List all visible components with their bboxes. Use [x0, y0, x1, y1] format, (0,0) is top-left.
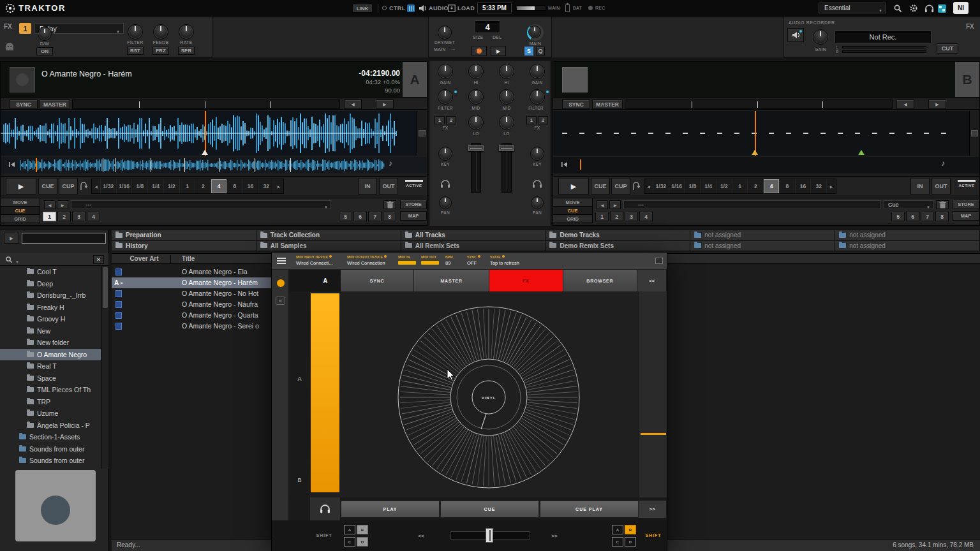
- crossfader-left-label[interactable]: <<: [414, 533, 428, 539]
- metronome-icon[interactable]: [407, 4, 415, 12]
- preferences-gear-icon[interactable]: [909, 4, 918, 14]
- deck-a-hotcue-2[interactable]: 2: [57, 212, 71, 221]
- right-pad-d[interactable]: D: [625, 537, 636, 547]
- deck-a-loop-2[interactable]: 2: [195, 179, 211, 193]
- crossfader-handle[interactable]: [486, 528, 493, 543]
- channel-b-filter-knob[interactable]: [530, 89, 545, 105]
- deck-b-loop-smaller-button[interactable]: [644, 179, 653, 193]
- key-lock-icon[interactable]: [389, 159, 392, 168]
- deck-b-hotcue-7[interactable]: 7: [921, 212, 934, 221]
- collapse-left-button[interactable]: <<: [637, 270, 667, 291]
- tree-item-groovy-h[interactable]: Groovy H: [0, 313, 101, 325]
- deck-b-loop-32[interactable]: 32: [811, 179, 827, 193]
- controller-play-button[interactable]: PLAY: [341, 501, 440, 518]
- track-row-6[interactable]: O Amante Negro - Serei o: [112, 321, 271, 332]
- crossfader-right-label[interactable]: >>: [547, 533, 561, 539]
- expand-right-button[interactable]: >>: [639, 501, 667, 518]
- fx-knob-2-button[interactable]: FRZ: [152, 47, 169, 55]
- deck-b-loop-1-2[interactable]: 1/2: [716, 179, 732, 193]
- channel-b-gain-knob[interactable]: [530, 64, 545, 79]
- deck-a-loop-1-32[interactable]: 1/32: [101, 179, 117, 193]
- gear-icon[interactable]: [329, 255, 332, 258]
- right-pad-b[interactable]: B: [625, 525, 636, 534]
- tree-item-new[interactable]: New: [0, 325, 101, 337]
- master-record-button[interactable]: [471, 46, 487, 56]
- deck-a-hotcue-6[interactable]: 6: [353, 212, 367, 221]
- deck-b-grid-tab[interactable]: GRID: [553, 215, 593, 223]
- menu-icon[interactable]: [277, 258, 286, 265]
- deck-b-loop-bigger-button[interactable]: [827, 179, 836, 193]
- deck-a-delete-cue-button[interactable]: [383, 200, 396, 209]
- deck-b-hotcue-5[interactable]: 5: [891, 212, 905, 221]
- controller-cue-button[interactable]: CUE: [440, 501, 539, 518]
- controller-fx-button[interactable]: FX: [489, 270, 563, 291]
- left-pad-b[interactable]: B: [357, 525, 368, 534]
- deck-a-loop-active[interactable]: ACTIVE: [402, 179, 426, 193]
- snap-button[interactable]: S: [524, 47, 533, 55]
- deck-b-play-button[interactable]: [558, 178, 589, 195]
- deck-a-cup-button[interactable]: CUP: [59, 178, 78, 195]
- deck-a-loop-1-2[interactable]: 1/2: [164, 179, 180, 193]
- deck-b-key-lock-icon[interactable]: [941, 159, 945, 168]
- deck-b-loop-1-8[interactable]: 1/8: [685, 179, 701, 193]
- controller-sync-button[interactable]: SYNC: [341, 270, 415, 291]
- right-pad-c[interactable]: C: [612, 537, 623, 547]
- tree-item-tml-pieces[interactable]: TML Pieces Of Th: [0, 384, 101, 396]
- tree-item-new-folder[interactable]: New folder: [0, 337, 101, 349]
- deck-a-move-tab[interactable]: MOVE: [1, 198, 40, 207]
- deck-a-letter-badge[interactable]: A: [403, 62, 427, 97]
- deck-b-hotcue-3[interactable]: 3: [625, 212, 638, 221]
- search-icon[interactable]: [893, 4, 902, 14]
- deck-b-hotcue-4[interactable]: 4: [639, 212, 653, 221]
- deck-b-hotcue-1[interactable]: 1: [595, 212, 609, 221]
- channel-a-key-knob[interactable]: [438, 147, 452, 161]
- deck-b-skip-to-start-icon[interactable]: [561, 161, 568, 169]
- deck-b-hotcue-6[interactable]: 6: [906, 212, 919, 221]
- deck-a-loop-1-8[interactable]: 1/8: [132, 179, 148, 193]
- tree-item-trp[interactable]: TRP: [0, 396, 101, 408]
- deck-a-master-button[interactable]: MASTER: [40, 99, 70, 109]
- deck-a-hotcue-4[interactable]: 4: [87, 212, 100, 221]
- deck-b-loop-out-button[interactable]: OUT: [932, 178, 951, 195]
- controller-manager-icon[interactable]: [938, 4, 946, 13]
- column-cover-art[interactable]: Cover Art: [121, 255, 167, 262]
- master-play-button[interactable]: [491, 46, 506, 56]
- controller-deck-label[interactable]: A: [310, 270, 341, 291]
- column-divider[interactable]: [170, 255, 171, 263]
- channel-b-fx2-button[interactable]: 2: [538, 116, 548, 124]
- track-row-2-selected[interactable]: AO Amante Negro - Harém: [112, 277, 271, 288]
- favorite-not-assigned-4[interactable]: not assigned: [835, 241, 980, 252]
- midi-output-field[interactable]: MIDI OUTPUT DEVICE Wired Connection: [347, 255, 387, 266]
- deck-b-cup-button[interactable]: CUP: [611, 178, 630, 195]
- deck-a-loop-1-4[interactable]: 1/4: [148, 179, 164, 193]
- channel-b-lo-knob[interactable]: [499, 115, 514, 130]
- favorite-track-collection[interactable]: Track Collection: [256, 230, 401, 241]
- deck-b-cue-select[interactable]: ---: [623, 200, 881, 209]
- search-options-caret-icon[interactable]: [15, 258, 19, 265]
- deck-b-loop-4-selected[interactable]: 4: [764, 179, 780, 193]
- deck-b-zoom-slider[interactable]: [969, 111, 979, 156]
- favorite-preparation[interactable]: Preparation: [112, 230, 256, 241]
- deck-b-cue-button[interactable]: CUE: [591, 178, 610, 195]
- deck-a-bend-right-button[interactable]: [376, 99, 394, 109]
- master-drywet-knob[interactable]: [438, 26, 452, 40]
- controller-browser-button[interactable]: BROWSER: [563, 270, 638, 291]
- tree-item-uzume[interactable]: Uzume: [0, 408, 101, 420]
- fx-knob-2[interactable]: [153, 24, 168, 40]
- favorite-history[interactable]: History: [112, 241, 256, 252]
- state-field[interactable]: STATE Tap to refresh: [490, 255, 519, 266]
- deck-b-loop-in-button[interactable]: IN: [910, 178, 930, 195]
- track-row-4[interactable]: O Amante Negro - Náufra: [112, 299, 271, 310]
- deck-a-loop-4-selected[interactable]: 4: [211, 179, 227, 193]
- deck-b-cue-type-select[interactable]: Cue: [884, 200, 933, 209]
- deck-a-play-button[interactable]: [6, 178, 36, 195]
- link-button[interactable]: LINK: [352, 4, 373, 13]
- column-title[interactable]: Title: [182, 255, 195, 262]
- tree-item-freaky-h[interactable]: Freaky H: [0, 302, 101, 314]
- deck-b-loop-8[interactable]: 8: [780, 179, 796, 193]
- deck-a-zoom-slider[interactable]: [417, 111, 427, 156]
- fx-knob-3[interactable]: [179, 24, 194, 40]
- favorite-demo-tracks[interactable]: Demo Tracks: [546, 230, 690, 241]
- favorite-not-assigned-3[interactable]: not assigned: [690, 241, 835, 252]
- deck-a-sync-button[interactable]: SYNC: [10, 99, 38, 109]
